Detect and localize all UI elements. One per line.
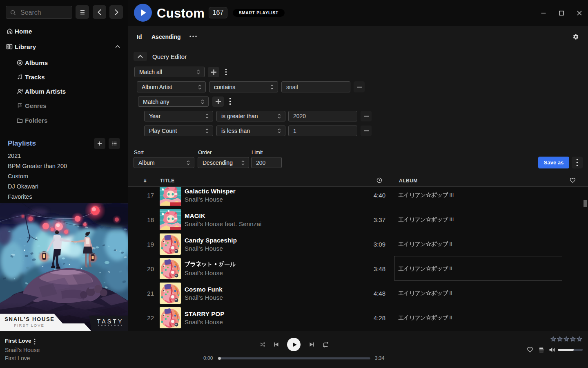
svg-text:SNAIL’S HOUSE: SNAIL’S HOUSE	[4, 316, 55, 322]
svg-text:III: III	[450, 192, 454, 198]
svg-text:TASTY: TASTY	[97, 318, 123, 325]
svg-text:II: II	[450, 314, 452, 321]
svg-text:II: II	[450, 290, 452, 296]
svg-text:II: II	[450, 265, 452, 272]
svg-text:II: II	[450, 241, 452, 247]
svg-text:III: III	[450, 216, 454, 222]
svg-text:FIRST LOVE: FIRST LOVE	[14, 323, 44, 328]
